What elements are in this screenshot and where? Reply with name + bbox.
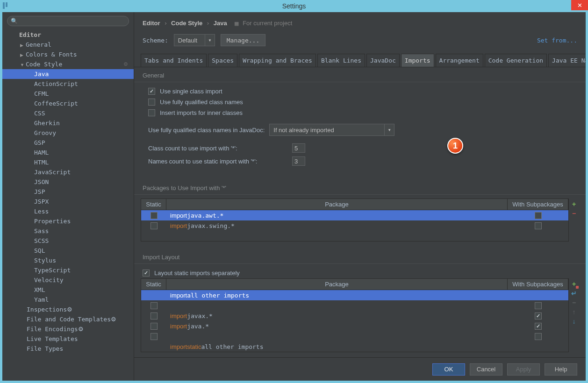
tree-item-gsp[interactable]: GSP <box>2 138 134 148</box>
subpackages-checkbox[interactable] <box>535 323 542 330</box>
import-layout-table[interactable]: Static Package With Subpackages import a… <box>141 278 569 352</box>
apply-button[interactable]: Apply <box>507 363 540 376</box>
subpackages-checkbox[interactable] <box>535 312 542 319</box>
cancel-button[interactable]: Cancel <box>470 363 502 376</box>
tree-item-gherkin[interactable]: Gherkin <box>2 118 134 128</box>
tree-item-css[interactable]: CSS <box>2 108 134 118</box>
tree-item-sass[interactable]: Sass <box>2 226 134 236</box>
label-use-fq: Use fully qualified class names <box>160 99 243 106</box>
subpackages-checkbox[interactable] <box>535 333 542 340</box>
table-row[interactable]: import static all other imports <box>141 341 568 352</box>
tree-item-javascript[interactable]: JavaScript <box>2 167 134 177</box>
static-checkbox[interactable] <box>151 323 158 330</box>
manage-button[interactable]: Manage... <box>221 34 265 46</box>
tree-item-typescript[interactable]: TypeScript <box>2 265 134 275</box>
table-row[interactable]: import all other imports <box>141 290 568 300</box>
app-icon <box>3 2 9 10</box>
add-layout-package-button[interactable]: + <box>570 280 578 288</box>
subpackages-checkbox[interactable] <box>535 302 542 309</box>
tree-item-file-and-code-templates[interactable]: File and Code Templates⚙ <box>2 314 134 324</box>
tree-item-file-types[interactable]: File Types <box>2 344 134 354</box>
tab-javadoc[interactable]: JavaDoc <box>366 54 400 67</box>
static-checkbox[interactable] <box>151 333 158 340</box>
close-button[interactable]: ✕ <box>571 0 588 10</box>
static-checkbox[interactable] <box>151 222 158 229</box>
sidebar: 🔍 Editor ▶General▶Colors & Fonts▼Code St… <box>2 12 134 381</box>
settings-tree[interactable]: Editor ▶General▶Colors & Fonts▼Code Styl… <box>2 30 134 381</box>
tree-item-sql[interactable]: SQL <box>2 246 134 255</box>
tab-spaces[interactable]: Spaces <box>208 54 237 67</box>
tree-item-haml[interactable]: HAML <box>2 148 134 157</box>
remove-layout-button[interactable]: − <box>570 299 578 306</box>
tab-wrapping-and-braces[interactable]: Wrapping and Braces <box>239 54 316 67</box>
tab-code-generation[interactable]: Code Generation <box>485 54 547 67</box>
tree-item-groovy[interactable]: Groovy <box>2 128 134 138</box>
tree-item-json[interactable]: JSON <box>2 177 134 187</box>
tab-tabs-and-indents[interactable]: Tabs and Indents <box>141 54 207 67</box>
chevron-down-icon: ▼ <box>384 124 391 135</box>
move-up-button[interactable]: ↑ <box>570 308 578 316</box>
static-checkbox[interactable] <box>151 302 158 309</box>
search-icon: 🔍 <box>11 18 18 24</box>
tab-arrangement[interactable]: Arrangement <box>436 54 483 67</box>
tree-item-scss[interactable]: SCSS <box>2 236 134 246</box>
tree-item-code-style[interactable]: ▼Code Style⚙ <box>2 59 134 69</box>
tab-blank-lines[interactable]: Blank Lines <box>317 54 365 67</box>
gear-icon: ⚙ <box>123 59 128 69</box>
tree-item-general[interactable]: ▶General <box>2 40 134 50</box>
table-row[interactable]: import javax.swing.* <box>141 220 568 231</box>
select-fq-javadoc[interactable]: If not already imported▼ <box>269 124 394 136</box>
tab-imports[interactable]: Imports <box>401 54 434 67</box>
static-checkbox[interactable] <box>151 312 158 319</box>
checkbox-layout-static-separately[interactable] <box>143 270 150 277</box>
checkbox-insert-inner[interactable] <box>148 109 155 116</box>
subpackages-checkbox[interactable] <box>535 222 542 229</box>
tree-item-html[interactable]: HTML <box>2 157 134 167</box>
tree-item-stylus[interactable]: Stylus <box>2 255 134 265</box>
add-package-button[interactable]: + <box>570 200 578 208</box>
subpackages-checkbox[interactable] <box>535 212 542 219</box>
set-from-link[interactable]: Set from... <box>537 37 577 44</box>
remove-package-button[interactable]: − <box>570 210 578 217</box>
scheme-select[interactable]: Default▼ <box>174 34 215 46</box>
tree-item-yaml[interactable]: Yaml <box>2 295 134 305</box>
chevron-down-icon: ▼ <box>205 35 212 46</box>
tree-item-file-encodings[interactable]: File Encodings⚙ <box>2 324 134 334</box>
svg-rect-1 <box>6 2 7 7</box>
tree-item-colors-fonts[interactable]: ▶Colors & Fonts <box>2 50 134 59</box>
tree-item-xml[interactable]: XML <box>2 285 134 295</box>
tree-item-properties[interactable]: Properties <box>2 216 134 226</box>
checkbox-use-fq-class-names[interactable] <box>148 99 155 106</box>
help-button[interactable]: Help <box>545 363 577 376</box>
tab-java-ee-names[interactable]: Java EE Names <box>548 54 586 67</box>
section-import-layout: Import Layout <box>134 249 586 264</box>
ok-button[interactable]: OK <box>432 363 465 376</box>
tree-item-live-templates[interactable]: Live Templates <box>2 334 134 344</box>
section-general: General <box>134 67 586 82</box>
section-packages: Packages to Use Import with '*' <box>134 180 586 195</box>
move-down-button[interactable]: ↓ <box>570 318 578 325</box>
table-row[interactable] <box>141 331 568 341</box>
tree-item-coffeescript[interactable]: CoffeeScript <box>2 99 134 108</box>
static-checkbox[interactable] <box>151 212 158 219</box>
gear-icon: ⚙ <box>111 316 116 323</box>
tree-item-jsp[interactable]: JSP <box>2 187 134 197</box>
table-row[interactable] <box>141 300 568 311</box>
tree-item-actionscript[interactable]: ActionScript <box>2 79 134 89</box>
checkbox-use-single-class-import[interactable] <box>148 88 155 95</box>
packages-table[interactable]: Static Package With Subpackages import j… <box>141 199 569 241</box>
table-row[interactable]: import java.awt.* <box>141 210 568 220</box>
tree-item-less[interactable]: Less <box>2 206 134 216</box>
tree-item-inspections[interactable]: Inspections⚙ <box>2 305 134 314</box>
search-input[interactable] <box>7 16 129 26</box>
tree-item-velocity[interactable]: Velocity <box>2 275 134 285</box>
tree-item-jspx[interactable]: JSPX <box>2 197 134 206</box>
add-blank-line-button[interactable]: ↵ <box>570 290 578 297</box>
input-names-count[interactable] <box>292 156 305 166</box>
table-row[interactable]: import java.* <box>141 321 568 331</box>
tree-item-java[interactable]: Java <box>2 69 134 79</box>
input-class-count[interactable] <box>292 143 305 153</box>
table-row[interactable]: import javax.* <box>141 311 568 321</box>
tree-root-editor[interactable]: Editor <box>2 30 134 40</box>
tree-item-cfml[interactable]: CFML <box>2 89 134 99</box>
